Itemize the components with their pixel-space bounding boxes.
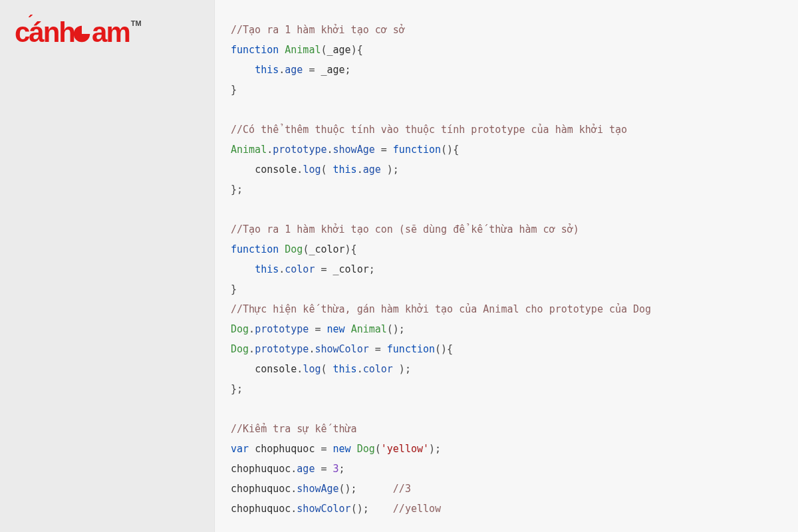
code-prop: showColor [315, 343, 368, 355]
code-ident: chophuquoc [231, 463, 291, 475]
code-keyword: function [393, 144, 441, 156]
code-prop: showAge [333, 144, 375, 156]
code-param: _color [309, 243, 344, 255]
code-keyword: new [327, 323, 345, 335]
code-ident: _age [321, 64, 344, 76]
code-comment: //Kiểm tra sự kế thừa [231, 423, 357, 435]
code-keyword: function [231, 243, 279, 255]
code-funcname: Dog [285, 243, 303, 255]
code-constructor: Animal [351, 323, 387, 335]
logo-text-1: cánh [15, 17, 74, 48]
code-method: log [303, 363, 321, 375]
code-string: 'yellow' [381, 443, 429, 455]
code-comment: //Thực hiện kế thừa, gán hàm khởi tạo củ… [231, 303, 651, 315]
code-prop: age [297, 463, 315, 475]
code-method: showAge [297, 483, 338, 495]
code-prop: prototype [255, 343, 309, 355]
code-method: showColor [297, 503, 350, 515]
code-ident: console [255, 164, 297, 176]
code-ident: chophuquoc [231, 503, 291, 515]
code-number: 3 [333, 463, 339, 475]
code-this: this [333, 164, 357, 176]
code-constructor: Dog [357, 443, 375, 455]
code-keyword: var [231, 443, 249, 455]
code-method: log [303, 164, 321, 176]
code-comment: //yellow [393, 503, 441, 515]
code-keyword: new [333, 443, 351, 455]
code-this: this [255, 64, 279, 76]
logo-tm: TM [131, 19, 142, 27]
code-ident: chophuquoc [231, 483, 291, 495]
code-prop: age [363, 164, 381, 176]
pacman-icon [72, 25, 91, 43]
code-comment: //Tạo ra 1 hàm khởi tạo con (sẽ dùng để … [231, 223, 579, 235]
code-this: this [255, 263, 279, 275]
code-this: this [333, 363, 357, 375]
code-panel: //Tạo ra 1 hàm khởi tạo cơ sở function A… [214, 0, 798, 532]
code-param: _age [327, 44, 351, 56]
code-comment: //Tạo ra 1 hàm khởi tạo cơ sở [231, 24, 405, 36]
brand-logo: ´ cánhamTM [15, 19, 140, 47]
code-ident: console [255, 363, 297, 375]
code-ident: Dog [231, 323, 249, 335]
code-ident: Dog [231, 343, 249, 355]
code-ident: _color [333, 263, 369, 275]
code-ident: Animal [231, 144, 267, 156]
code-comment: //3 [393, 483, 411, 495]
code-funcname: Animal [285, 44, 321, 56]
code-prop: prototype [273, 144, 327, 156]
code-prop: color [363, 363, 393, 375]
code-ident: chophuquoc [255, 443, 315, 455]
code-prop: color [285, 263, 315, 275]
logo-text-2: am [92, 17, 130, 48]
code-block: //Tạo ra 1 hàm khởi tạo cơ sở function A… [231, 20, 798, 519]
code-prop: prototype [255, 323, 309, 335]
code-keyword: function [387, 343, 435, 355]
code-prop: age [285, 64, 303, 76]
code-keyword: function [231, 44, 279, 56]
code-comment: //Có thể thêm thuộc tính vào thuộc tính … [231, 124, 627, 136]
